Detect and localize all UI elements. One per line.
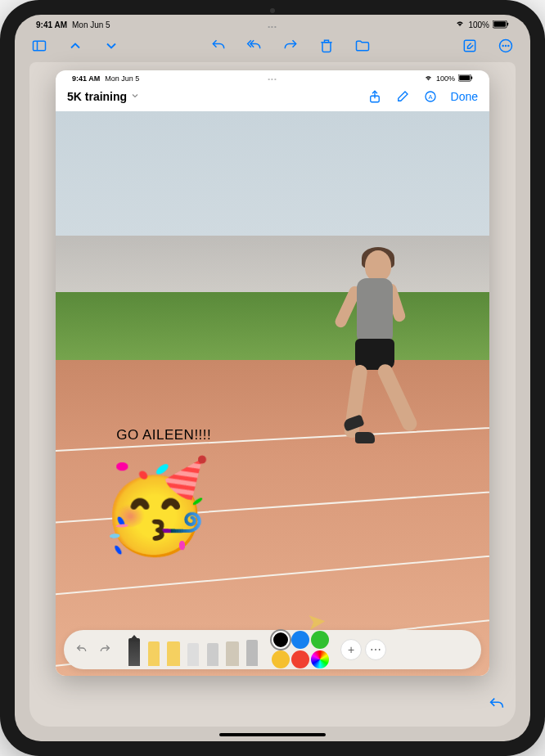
markup-pen-button[interactable] bbox=[395, 89, 410, 104]
multitask-dots-icon[interactable]: ••• bbox=[268, 23, 277, 30]
svg-point-7 bbox=[502, 46, 503, 47]
svg-point-8 bbox=[506, 46, 507, 47]
pen-tool[interactable] bbox=[126, 633, 142, 666]
outer-toolbar bbox=[15, 33, 530, 62]
marker-tool[interactable] bbox=[146, 633, 162, 666]
status-bar-outer: 9:41 AM Mon Jun 5 ••• 100% bbox=[15, 15, 530, 33]
party-emoji-sticker[interactable]: 🥳 bbox=[99, 461, 211, 551]
svg-rect-11 bbox=[459, 75, 470, 80]
color-picker-wheel[interactable] bbox=[311, 650, 329, 668]
tablet-frame: 9:41 AM Mon Jun 5 ••• 100% bbox=[0, 0, 545, 756]
color-yellow[interactable] bbox=[272, 650, 290, 668]
highlighter-tool[interactable] bbox=[165, 633, 182, 666]
inner-multitask-dots-icon[interactable]: ••• bbox=[268, 75, 277, 83]
done-button[interactable]: Done bbox=[451, 90, 478, 103]
share-button[interactable] bbox=[367, 89, 382, 104]
svg-rect-12 bbox=[471, 76, 472, 79]
sidebar-toggle-button[interactable] bbox=[29, 36, 49, 56]
svg-rect-5 bbox=[464, 40, 475, 51]
color-red[interactable] bbox=[291, 650, 309, 668]
color-palette bbox=[272, 631, 329, 668]
move-folder-button[interactable] bbox=[353, 36, 372, 56]
svg-rect-3 bbox=[34, 41, 46, 51]
runner-figure bbox=[314, 236, 429, 497]
svg-point-9 bbox=[508, 46, 509, 47]
inner-wifi-icon bbox=[424, 74, 433, 83]
photo-canvas[interactable]: ➤ GO AILEEN!!!! 🥳 bbox=[56, 111, 489, 676]
inner-battery-icon bbox=[458, 74, 473, 83]
markup-undo-button[interactable] bbox=[72, 640, 92, 659]
title-dropdown[interactable]: 5K training bbox=[67, 89, 140, 104]
battery-icon bbox=[493, 20, 509, 29]
wifi-icon bbox=[455, 20, 465, 29]
annotation-text[interactable]: GO AILEEN!!!! bbox=[116, 427, 211, 443]
status-date: Mon Jun 5 bbox=[72, 20, 110, 29]
pencil-tool[interactable] bbox=[244, 633, 260, 666]
battery-percent: 100% bbox=[468, 20, 489, 29]
undo-button[interactable] bbox=[209, 36, 228, 56]
home-indicator[interactable] bbox=[219, 733, 326, 736]
svg-rect-2 bbox=[507, 23, 508, 26]
inner-battery-percent: 100% bbox=[436, 74, 455, 83]
svg-text:A: A bbox=[428, 93, 432, 101]
lasso-tool[interactable] bbox=[205, 633, 221, 666]
ruler-tool[interactable] bbox=[224, 633, 241, 666]
color-black[interactable] bbox=[272, 631, 290, 649]
inner-status-date: Mon Jun 5 bbox=[105, 74, 139, 83]
inner-status-time: 9:41 AM bbox=[72, 74, 100, 83]
status-bar-inner: 9:41 AM Mon Jun 5 ••• 100% bbox=[56, 70, 489, 85]
color-green[interactable] bbox=[311, 631, 329, 649]
reply-corner-button[interactable] bbox=[488, 695, 506, 717]
forward-button[interactable] bbox=[281, 36, 300, 56]
mailbox-title: 5K training bbox=[67, 90, 127, 103]
nav-up-button[interactable] bbox=[65, 36, 85, 56]
markup-toolbar: + ⋯ bbox=[64, 630, 481, 669]
compose-button[interactable] bbox=[460, 36, 480, 56]
svg-rect-1 bbox=[493, 21, 506, 26]
camera-dot bbox=[270, 8, 275, 13]
markup-redo-button[interactable] bbox=[95, 640, 115, 659]
more-button[interactable] bbox=[496, 36, 516, 56]
screen: 9:41 AM Mon Jun 5 ••• 100% bbox=[15, 15, 530, 741]
color-blue[interactable] bbox=[291, 631, 309, 649]
status-time: 9:41 AM bbox=[36, 20, 67, 29]
reply-all-button[interactable] bbox=[245, 36, 264, 56]
eraser-tool[interactable] bbox=[185, 633, 201, 666]
markup-panel: 9:41 AM Mon Jun 5 ••• 100% 5K training bbox=[56, 70, 489, 676]
auto-adjust-button[interactable]: A bbox=[423, 89, 438, 104]
trash-button[interactable] bbox=[317, 36, 336, 56]
add-shape-button[interactable]: + bbox=[340, 639, 362, 660]
chevron-down-icon bbox=[130, 89, 140, 104]
inner-header: 5K training A Done bbox=[56, 85, 489, 111]
nav-down-button[interactable] bbox=[101, 36, 121, 56]
markup-more-button[interactable]: ⋯ bbox=[365, 639, 386, 660]
